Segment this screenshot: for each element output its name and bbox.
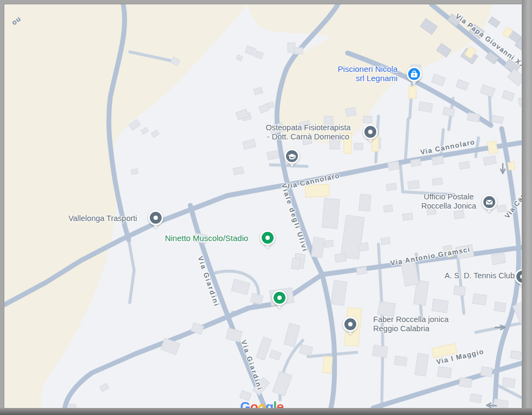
building (470, 393, 482, 403)
building (408, 180, 420, 190)
building (254, 87, 263, 95)
building (377, 302, 395, 317)
building (491, 253, 506, 265)
google-logo-letter: G (240, 399, 250, 408)
building (402, 213, 413, 220)
window-frame-bottom (0, 408, 532, 415)
one-way-arrow-down (501, 164, 505, 173)
building (473, 293, 487, 305)
poi-pin-asd-tennis-club-icon[interactable] (511, 267, 522, 292)
poi-pin-vallelonga-trasporti-icon[interactable] (145, 209, 167, 233)
poi-label-ufficio-postale-roccella-jonica[interactable]: Ufficio Postale Roccella Jonica (421, 192, 476, 211)
building (381, 237, 390, 245)
building (258, 104, 269, 113)
google-logo-letter: o (250, 399, 257, 408)
building (456, 79, 469, 90)
google-logo[interactable]: Google (240, 399, 283, 408)
building (432, 299, 449, 313)
building (454, 286, 466, 296)
poi-label-piscioneri-nicola-srl-legnami[interactable]: Piscioneri Nicola srl Legnami (338, 64, 398, 83)
building (359, 194, 371, 211)
road-minor (405, 119, 408, 159)
building (255, 51, 264, 59)
poi-label-osteopata-fisioterapista[interactable]: Osteopata Fisioterapista - Dott. Carnà D… (265, 123, 350, 142)
building (243, 139, 256, 149)
building (494, 302, 506, 312)
building (481, 367, 493, 377)
building (486, 52, 498, 64)
building (459, 378, 472, 388)
building (487, 141, 498, 154)
building (467, 112, 480, 122)
poi-pin-ninetto-muscolo-stadio-icon[interactable] (257, 229, 278, 253)
building (437, 366, 451, 378)
building (311, 237, 325, 258)
poi-pin-green-marker-icon[interactable] (269, 289, 290, 313)
google-logo-letter: o (258, 399, 265, 408)
road-minor (129, 240, 134, 303)
building (269, 350, 281, 360)
building (322, 198, 340, 229)
map-window: Via CannolaroVia CannolaroViale degli Ul… (0, 0, 532, 415)
building (245, 46, 255, 56)
building (236, 55, 243, 61)
terrain-area (4, 4, 248, 408)
google-logo-letter: e (276, 399, 283, 408)
building (431, 74, 445, 86)
building (161, 338, 180, 355)
building (324, 240, 334, 247)
poi-pin-piscioneri-nicola-srl-legnami-bag-icon[interactable] (403, 65, 425, 90)
building (231, 279, 250, 294)
building (415, 353, 428, 376)
building (388, 161, 400, 170)
building (508, 69, 522, 86)
building (99, 383, 109, 392)
building (491, 115, 503, 123)
building (493, 399, 509, 408)
building (272, 371, 292, 396)
building (510, 351, 521, 359)
building (383, 205, 393, 212)
building (432, 178, 442, 185)
google-logo-letter: g (265, 399, 273, 408)
building (480, 84, 495, 97)
building (323, 356, 333, 373)
building (141, 128, 149, 135)
building (363, 116, 372, 123)
building (502, 378, 515, 388)
building (226, 328, 242, 342)
building (131, 169, 138, 175)
building (331, 280, 347, 306)
building (410, 159, 421, 167)
building (356, 267, 367, 275)
building (341, 215, 365, 259)
building (267, 150, 279, 160)
building (459, 162, 470, 170)
road-minor (400, 161, 454, 195)
poi-pin-ufficio-postale-roccella-jonica-mail-icon[interactable] (478, 193, 500, 218)
building (358, 243, 369, 251)
building (250, 293, 263, 305)
poi-pin-osteopata-fisioterapista-icon[interactable] (360, 123, 381, 148)
building (233, 166, 244, 175)
building (488, 17, 500, 28)
building (284, 323, 300, 347)
building (502, 90, 515, 101)
map-canvas[interactable]: Via CannolaroVia CannolaroViale degli Ul… (4, 4, 522, 408)
building (454, 210, 464, 219)
building (508, 162, 515, 170)
building (483, 156, 496, 165)
building (345, 108, 356, 117)
building (386, 183, 396, 191)
building (335, 253, 347, 263)
building (151, 130, 159, 137)
poi-label-faber-roccella-jonica[interactable]: Faber Roccella jonica Reggio Calabria (373, 315, 448, 333)
poi-pin-faber-roccella-jonica-icon[interactable] (340, 315, 361, 340)
poi-label-asd-tennis-club[interactable]: A. S. D. Tennis Club (444, 271, 515, 280)
poi-label-vallelonga-trasporti[interactable]: Vallelonga Trasporti (68, 214, 137, 223)
poi-label-ninetto-muscolo-stadio[interactable]: Ninetto Muscolo/Stadio (165, 233, 248, 243)
building (291, 258, 301, 270)
building (294, 48, 303, 54)
window-frame-right (522, 0, 532, 415)
poi-pin-school-pin-only-cap-icon[interactable] (281, 147, 303, 172)
